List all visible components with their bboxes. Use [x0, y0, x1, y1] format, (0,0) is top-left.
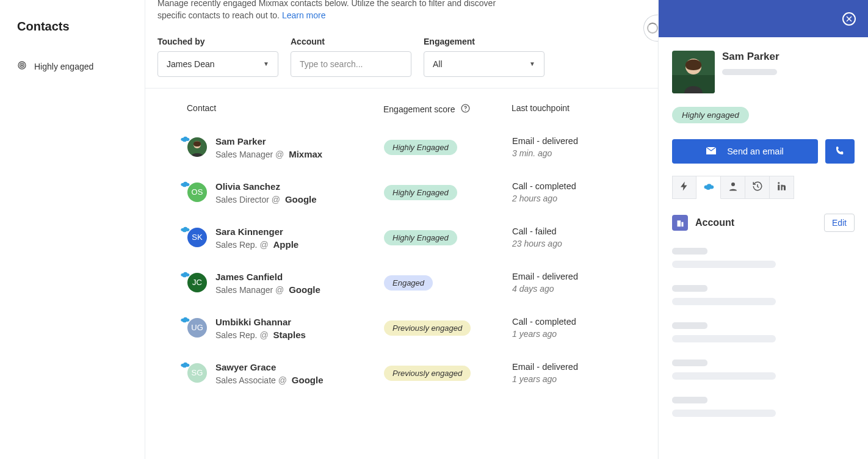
table-row[interactable]: JC James Canfield Sales Manager @ Google…: [145, 261, 658, 306]
sidebar: Contacts Highly engaged: [0, 0, 145, 459]
svg-point-14: [183, 184, 187, 187]
avatar: [187, 137, 207, 157]
send-email-button[interactable]: Send an email: [672, 139, 818, 164]
salesforce-icon: [180, 179, 190, 186]
svg-point-30: [183, 364, 187, 367]
close-button[interactable]: [842, 12, 856, 26]
contact-name: Sara Kinnenger: [215, 226, 298, 237]
filter-engagement-label: Engagement: [424, 37, 544, 46]
column-header-engagement: Engagement score: [383, 104, 455, 114]
touchpoint-time: 23 hours ago: [512, 239, 646, 248]
chevron-down-icon: ▼: [529, 60, 535, 67]
touchpoint-event: Call - failed: [512, 226, 646, 236]
filter-touched-by-label: Touched by: [157, 37, 278, 46]
filter-account-label: Account: [291, 37, 411, 46]
intro-text: Manage recently engaged Mixmax contacts …: [157, 0, 496, 20]
engagement-badge: Highly Engaged: [384, 140, 457, 155]
salesforce-icon: [180, 269, 190, 276]
intro: Manage recently engaged Mixmax contacts …: [145, 0, 658, 32]
table-row[interactable]: OS Olivia Sanchez Sales Director @ Googl…: [145, 170, 658, 215]
contact-name: Sam Parker: [215, 136, 322, 146]
tab-person[interactable]: [721, 176, 745, 199]
svg-point-2: [21, 65, 23, 66]
person-icon: [728, 181, 739, 194]
page-title: Contacts: [17, 20, 145, 34]
contact-photo: [672, 51, 715, 93]
contact-title: Sales Director @ Google: [215, 194, 317, 204]
salesforce-icon: [180, 134, 190, 141]
avatar: SG: [187, 363, 207, 383]
svg-point-4: [465, 110, 465, 110]
call-button[interactable]: [825, 139, 855, 164]
panel-tabs: [672, 176, 855, 199]
svg-point-18: [183, 229, 187, 232]
send-email-label: Send an email: [727, 146, 784, 156]
svg-rect-39: [778, 185, 779, 190]
touchpoint-event: Call - completed: [512, 317, 646, 327]
sidebar-item-highly-engaged[interactable]: Highly engaged: [17, 60, 145, 72]
engagement-badge: Previously engaged: [384, 366, 471, 381]
svg-point-40: [778, 182, 779, 184]
learn-more-link[interactable]: Learn more: [282, 10, 326, 20]
touchpoint-time: 3 min. ago: [512, 148, 646, 158]
contact-title: Sales Rep. @ Apple: [215, 239, 298, 250]
column-header-contact: Contact: [157, 103, 383, 115]
table-row[interactable]: UG Umbikki Ghannar Sales Rep. @ Staples …: [145, 306, 658, 351]
contact-summary: Sam Parker: [672, 51, 855, 93]
table-header: Contact Engagement score Last touchpoint: [145, 89, 658, 125]
touchpoint-time: 2 hours ago: [512, 193, 646, 203]
engagement-badge: Highly Engaged: [384, 230, 457, 245]
building-icon: [672, 215, 688, 231]
edit-button[interactable]: Edit: [824, 214, 855, 232]
contact-name: Olivia Sanchez: [215, 181, 317, 192]
filter-account-placeholder: Type to search...: [300, 59, 363, 69]
touchpoint-time: 1 years ago: [512, 329, 646, 339]
account-section: Account Edit: [672, 214, 855, 417]
touchpoint-event: Email - delivered: [512, 272, 646, 281]
table-row[interactable]: SK Sara Kinnenger Sales Rep. @ Apple Hig…: [145, 215, 658, 261]
help-icon[interactable]: [460, 103, 471, 115]
salesforce-icon: [180, 360, 190, 367]
spinner-icon: [647, 23, 658, 34]
filters: Touched by James Dean ▼ Account Type to …: [145, 32, 658, 89]
contact-detail-panel: Sam Parker Highly engaged Send an email: [658, 0, 868, 459]
action-row: Send an email: [672, 139, 855, 164]
linkedin-icon: [776, 181, 787, 194]
contact-title: Sales Rep. @ Staples: [215, 330, 306, 340]
touchpoint-event: Call - completed: [512, 181, 646, 191]
filter-engagement-select[interactable]: All ▼: [424, 51, 544, 77]
email-icon: [706, 146, 716, 156]
section-title: Account: [695, 217, 734, 228]
avatar: SK: [187, 228, 207, 247]
svg-point-38: [731, 183, 735, 186]
touchpoint-event: Email - delivered: [512, 362, 646, 372]
filter-touched-by-value: James Dean: [167, 59, 215, 69]
history-icon: [752, 181, 763, 194]
contact-title: Sales Manager @ Google: [215, 284, 320, 295]
phone-icon: [835, 146, 845, 157]
filter-account-input[interactable]: Type to search...: [291, 51, 411, 77]
contact-name: Umbikki Ghannar: [215, 317, 306, 327]
engagement-badge: Highly engaged: [672, 107, 749, 123]
tab-linkedin[interactable]: [770, 176, 794, 199]
contacts-table-body: Sam Parker Sales Manager @ Mixmax Highly…: [145, 125, 658, 459]
main-content: Manage recently engaged Mixmax contacts …: [145, 0, 658, 459]
skeleton-line: [722, 69, 777, 75]
contact-title: Sales Associate @ Google: [215, 375, 324, 385]
touchpoint-event: Email - delivered: [512, 136, 646, 146]
panel-header: [659, 0, 868, 37]
svg-point-37: [706, 186, 711, 190]
engagement-badge: Previously engaged: [384, 320, 471, 336]
table-row[interactable]: SG Sawyer Grace Sales Associate @ Google…: [145, 351, 658, 396]
chevron-down-icon: ▼: [263, 60, 269, 67]
close-icon: [846, 13, 852, 24]
svg-point-8: [183, 139, 187, 142]
engagement-badge: Highly Engaged: [384, 185, 457, 200]
table-row[interactable]: Sam Parker Sales Manager @ Mixmax Highly…: [145, 125, 658, 170]
tab-history[interactable]: [745, 176, 770, 199]
filter-touched-by-select[interactable]: James Dean ▼: [157, 51, 278, 77]
tab-activity[interactable]: [672, 176, 696, 199]
svg-point-26: [183, 319, 187, 322]
tab-salesforce[interactable]: [696, 176, 721, 199]
column-header-touchpoint: Last touchpoint: [512, 103, 646, 115]
